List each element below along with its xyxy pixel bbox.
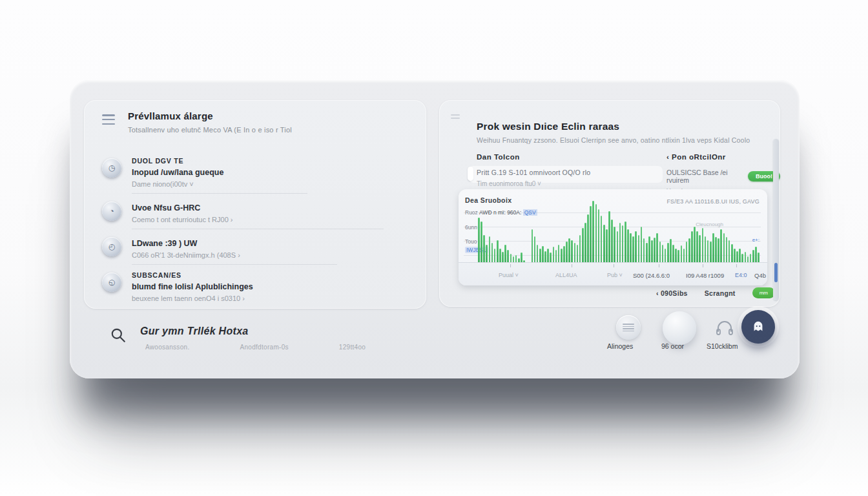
y-axis-label: Touo xyxy=(465,238,477,245)
axis-tick xyxy=(572,264,572,267)
dock-button-label: 96 ocor xyxy=(661,342,684,350)
scrollbar[interactable] xyxy=(773,139,779,300)
column-header: Dan Tolcon xyxy=(477,153,590,161)
search-suggestion[interactable]: 129tt4oo xyxy=(339,344,366,351)
headphones-button[interactable] xyxy=(713,316,736,340)
left-panel-subtitle: Totsallnenv uho elutnč Meco VA (E In o e… xyxy=(128,126,292,134)
lines-icon xyxy=(623,324,634,331)
x-axis-label: Pub ˅ xyxy=(607,272,623,278)
list-item-kicker: DUOL DGV TE xyxy=(132,157,223,165)
dial-icon: ◵ xyxy=(102,273,121,292)
bar xyxy=(595,204,597,269)
bar xyxy=(601,216,603,269)
dock: Alinoges 96 ocor S10cklibm xyxy=(604,311,792,356)
bar xyxy=(598,209,600,269)
column-line: OULSICSC Base /ei rvuirem xyxy=(666,169,741,184)
column-line: Pritt G.19 S-101 omnivoort OQ/O rlo xyxy=(477,169,590,176)
axis-tick xyxy=(736,264,737,267)
dial-icon: ◷ xyxy=(102,158,121,178)
menu-icon[interactable] xyxy=(102,114,115,125)
list-item-title: Inopud /uw/lana gueque xyxy=(132,168,223,177)
list-item-subtitle: C066 oR'1 3t-deNniimgx.h (408S › xyxy=(132,251,240,259)
data-token-column: Dan Tolcon Pritt G.19 S-101 omnivoort OQ… xyxy=(477,153,590,187)
x-axis-label: Puual ˅ xyxy=(499,272,519,278)
footer-stat: Scrangnt xyxy=(705,289,736,297)
bar xyxy=(608,211,610,269)
axis-tick xyxy=(703,264,703,267)
list-item-subtitle: Dame niono(i00tv ˅ xyxy=(132,180,223,188)
bar xyxy=(611,220,613,269)
footer-stat: ‹ 090Sibs xyxy=(656,289,688,297)
dock-button-label: Alinoges xyxy=(607,342,633,350)
x-axis-label: S00 (24.6.6:0 xyxy=(633,272,670,279)
menu-icon[interactable] xyxy=(451,114,460,119)
bar xyxy=(625,222,626,269)
x-axis-label: Q4b xyxy=(754,272,766,279)
axis-tick xyxy=(659,264,659,267)
list-item-title: blumd fine lolisl Aplublichinges xyxy=(132,282,253,291)
price-chart[interactable]: Dea Sruoboix FS/E3 AA 110116.B.UI IUS, G… xyxy=(459,189,767,285)
list-item-title: Uvoe Nfsu G-HRC xyxy=(132,203,233,212)
search-suggestion[interactable]: Anodfdtoram-0s xyxy=(240,344,288,351)
y-axis-label: Ruoz xyxy=(465,209,478,216)
list-item[interactable]: ◷ DUOL DGV TE Inopud /uw/lana gueque Dam… xyxy=(102,150,411,193)
chart-footer: ‹ 090Sibs Scrangnt mm xyxy=(439,287,775,298)
right-panel: Prok wesin Dıice Eclin raraas Weihuu Fnu… xyxy=(439,100,780,307)
right-panel-title: Prok wesin Dıice Eclin raraas xyxy=(477,121,619,132)
left-panel: Prévllamux álarge Totsallnenv uho elutnč… xyxy=(84,100,426,309)
x-axis: Puual ˅ ALL4UA Pub ˅ S00 (24.6.6:0 I09 A… xyxy=(459,262,767,285)
column-header: ‹ Pon oRtcilOnr xyxy=(666,153,780,161)
chart-plot: Ruoz 6unn Touo IWJESU AWĐ n mï: 960A: QS… xyxy=(464,201,761,258)
x-axis-label[interactable]: E4:0 xyxy=(735,272,747,278)
x-axis-label: ALL4UA xyxy=(555,272,577,278)
bar xyxy=(478,218,480,269)
axis-tick xyxy=(510,264,511,267)
y-axis-label: 6unn xyxy=(465,224,477,231)
list-item-title: LDwane :39 ) UW xyxy=(132,239,240,248)
list-item[interactable]: ◴ LDwane :39 ) UW C066 oR'1 3t-deNniimgx… xyxy=(102,229,411,264)
profile-button[interactable] xyxy=(741,310,775,344)
app-window: Prévllamux álarge Totsallnenv uho elutnč… xyxy=(70,80,800,378)
bar-series xyxy=(478,201,760,269)
right-panel-subtitle: Weihuu Fnuantqy zzsono. Elsuoi Clerripn … xyxy=(477,136,750,144)
bar xyxy=(590,206,592,269)
sphere-button[interactable] xyxy=(663,311,696,345)
list-item[interactable]: ◵ SUBSCAN/ES blumd fine lolisl Aplublich… xyxy=(102,265,411,307)
dock-button-label: S10cklibm xyxy=(707,342,738,350)
search-suggestion[interactable]: Awoosansson. xyxy=(145,344,189,351)
x-axis-label: I09 A48 r1009 xyxy=(686,272,724,279)
list-item-kicker: SUBSCAN/ES xyxy=(132,271,253,279)
headphones-icon xyxy=(715,320,734,336)
bar xyxy=(480,222,482,269)
footer-action-button[interactable]: mm xyxy=(752,287,775,298)
dial-icon: ◴ xyxy=(102,237,121,256)
bar xyxy=(587,214,589,269)
list-item-subtitle: beuxene lem taenn oenO4 i s0310 › xyxy=(132,294,253,302)
left-panel-title: Prévllamux álarge xyxy=(128,110,292,121)
dial-icon: ◔ xyxy=(102,202,121,221)
left-panel-list: ◷ DUOL DGV TE Inopud /uw/lana gueque Dam… xyxy=(102,150,411,307)
grid-lines-button[interactable] xyxy=(616,315,641,340)
search-input[interactable]: Gur ymn Trllék Hotxa xyxy=(140,326,249,337)
list-item[interactable]: ◔ Uvoe Nfsu G-HRC Coemo t ont eturrioutu… xyxy=(102,194,411,229)
search-suggestions: Awoosansson. Anodfdtoram-0s 129tt4oo xyxy=(145,344,442,351)
axis-tick xyxy=(614,264,614,267)
column-line[interactable]: Tim euonimoroa ftu0 ˅ xyxy=(477,180,590,187)
search-icon[interactable] xyxy=(110,327,127,344)
scrollbar-thumb[interactable] xyxy=(774,263,778,282)
user-icon xyxy=(751,320,765,334)
bar xyxy=(592,201,594,269)
list-item-subtitle: Coemo t ont eturrioutuc t RJ00 › xyxy=(132,216,233,223)
